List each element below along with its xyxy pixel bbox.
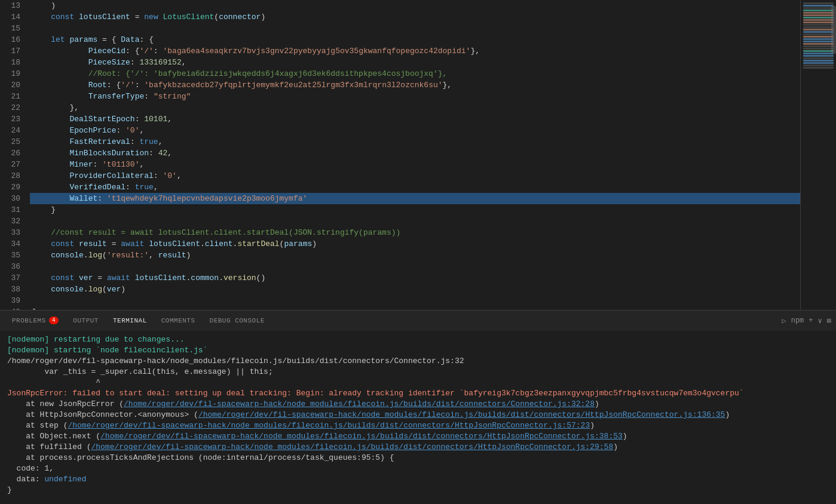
tab-terminal[interactable]: TERMINAL	[106, 311, 154, 331]
code-line: DealStartEpoch: 10101,	[30, 113, 800, 125]
panel-actions: ▷ npm + ∨ ⊞	[782, 316, 831, 325]
code-line: Miner: 't01130',	[30, 159, 800, 170]
tab-comments-label: COMMENTS	[161, 317, 195, 324]
tab-debug-label: DEBUG CONSOLE	[210, 317, 265, 324]
code-line: )	[30, 0, 800, 11]
code-line: console.log(ver)	[30, 284, 800, 295]
tab-problems-label: PROBLEMS	[12, 317, 46, 324]
code-line: VerifiedDeal: true,	[30, 182, 800, 193]
layout-icon[interactable]: ⊞	[827, 316, 831, 325]
terminal-line: JsonRpcError: failed to start deal: sett…	[7, 388, 829, 399]
code-line	[30, 23, 800, 34]
code-line: Root: {'/': 'bafykbzacedcb27yfqplrtjemym…	[30, 79, 800, 91]
terminal-line: var _this = _super.call(this, e.message)…	[7, 367, 829, 377]
terminal-line: at Object.next (/home/roger/dev/fil-spac…	[7, 431, 829, 442]
terminal-line: }	[7, 485, 829, 496]
minimap	[800, 0, 836, 310]
problems-badge: 4	[49, 316, 59, 324]
tab-output[interactable]: OUTPUT	[66, 311, 106, 331]
terminal-line: at process.processTicksAndRejections (no…	[7, 453, 829, 463]
code-line	[30, 295, 800, 306]
code-line	[30, 216, 800, 227]
terminal-line: at new JsonRpcError (/home/roger/dev/fil…	[7, 399, 829, 410]
code-line: MinBlocksDuration: 42,	[30, 147, 800, 159]
run-icon: ▷	[782, 316, 786, 325]
tab-output-label: OUTPUT	[73, 317, 99, 324]
terminal-line: [nodemon] starting `node filecoinclient.…	[7, 345, 829, 356]
terminal-line: data: undefined	[7, 474, 829, 485]
code-line: TransferType: "string"	[30, 91, 800, 102]
code-line: FastRetrieval: true,	[30, 136, 800, 147]
code-line: }	[30, 204, 800, 216]
tab-debug[interactable]: DEBUG CONSOLE	[203, 311, 272, 331]
code-line: },	[30, 102, 800, 113]
line-numbers: 13 14 15 16 17 18 19 20 21 22 23 24 25 2…	[0, 0, 30, 310]
npm-label[interactable]: npm	[791, 316, 804, 325]
terminal-line: ^	[7, 377, 829, 388]
terminal-line: at step (/home/roger/dev/fil-spacewarp-h…	[7, 420, 829, 431]
terminal-line: code: 1,	[7, 463, 829, 474]
terminal-line: /home/roger/dev/fil-spacewarp-hack/node_…	[7, 356, 829, 367]
terminal-line: [nodemon] restarting due to changes...	[7, 334, 829, 345]
terminal-line: at HttpJsonRpcConnector.<anonymous> (/ho…	[7, 410, 829, 420]
code-line	[30, 261, 800, 272]
terminal-output[interactable]: [nodemon] restarting due to changes... […	[0, 331, 836, 504]
add-icon[interactable]: +	[809, 316, 813, 325]
tab-comments[interactable]: COMMENTS	[154, 311, 203, 331]
code-line: //const result = await lotusClient.clien…	[30, 227, 800, 238]
code-line: PieceSize: 133169152,	[30, 57, 800, 68]
code-line: console.log('result:', result)	[30, 250, 800, 261]
code-line: Wallet: 't1qewhdeyk7hqlepcvnbedapsvie2p3…	[30, 193, 800, 204]
code-line: ProviderCollateral: '0',	[30, 170, 800, 182]
chevron-down-icon[interactable]: ∨	[818, 316, 822, 325]
tab-terminal-label: TERMINAL	[113, 317, 147, 324]
code-line: let params = { Data: {	[30, 34, 800, 45]
tab-problems[interactable]: PROBLEMS 4	[5, 311, 66, 331]
code-line: const lotusClient = new LotusClient(conn…	[30, 11, 800, 23]
code-line: //Root: {'/': 'bafybeia6dzizisjwkqedds6j…	[30, 68, 800, 79]
code-line: const result = await lotusClient.client.…	[30, 238, 800, 250]
code-line: EpochPrice: '0',	[30, 125, 800, 136]
code-editor: 13 14 15 16 17 18 19 20 21 22 23 24 25 2…	[0, 0, 836, 310]
code-line: PieceCid: {'/': 'baga6ea4seaqkrzv7bvjs3g…	[30, 45, 800, 57]
terminal-line: at fulfilled (/home/roger/dev/fil-spacew…	[7, 442, 829, 453]
code-lines: ) const lotusClient = new LotusClient(co…	[30, 0, 800, 310]
code-line: const ver = await lotusClient.common.ver…	[30, 272, 800, 284]
panel-tabs: PROBLEMS 4 OUTPUT TERMINAL COMMENTS DEBU…	[0, 310, 836, 331]
